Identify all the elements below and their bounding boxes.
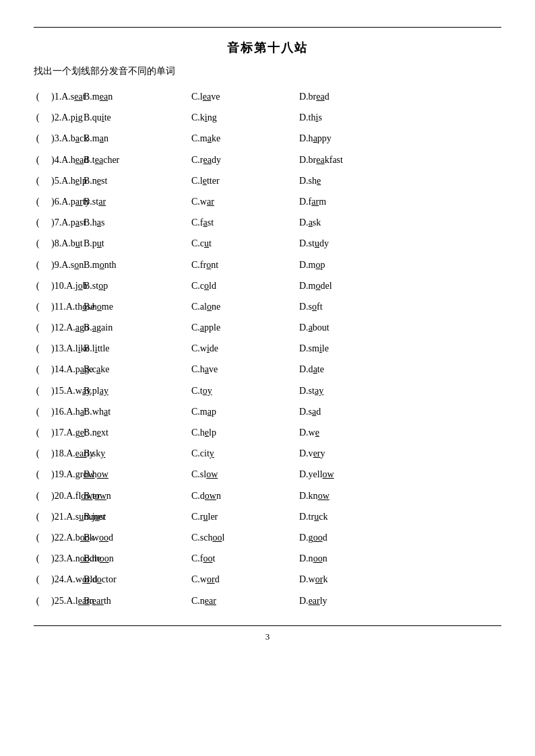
subtitle: 找出一个划线部分发音不同的单词 (34, 65, 501, 77)
paren-right (42, 382, 50, 399)
question-row: ( )7.A.past B.has C.fast D.ask (34, 214, 501, 231)
paren-right (42, 340, 50, 357)
paren-left: ( (34, 403, 42, 420)
question-row: ( )15.A.way B.play C.toy D.stay (34, 382, 501, 399)
option-c: C.have (191, 361, 299, 378)
option-b: B.doctor (84, 571, 191, 588)
option-c: C.front (191, 256, 299, 273)
paren-left: ( (34, 319, 42, 336)
question-row: ( )10.A.job B.stop C.cold D.model (34, 277, 501, 294)
option-c: C.map (191, 403, 299, 420)
question-number: )1.A.seat (51, 88, 84, 105)
paren-right (42, 277, 50, 294)
option-c: C.ready (191, 151, 299, 168)
option-b: B.wood (84, 529, 191, 546)
option-d: D.stay (299, 382, 501, 399)
question-row: ( )1.A.seat B.mean C.leave D.bread (34, 88, 501, 105)
option-d: D.soft (299, 298, 501, 315)
option-d: D.breakfast (299, 151, 501, 168)
option-b: B.man (84, 130, 191, 147)
option-b: B.cake (84, 361, 191, 378)
option-b: B.town (84, 487, 191, 504)
question-number: )10.A.job (51, 277, 84, 294)
option-b: B.again (84, 319, 191, 336)
option-b: B.mean (84, 88, 191, 105)
question-row: ( )12.A.ago B.again C.apple D.about (34, 319, 501, 336)
paren-left: ( (34, 256, 42, 273)
question-row: ( )5.A.help B.nest C.letter D.she (34, 172, 501, 189)
option-c: C.help (191, 424, 299, 441)
option-c: C.make (191, 130, 299, 147)
paren-right (42, 403, 50, 420)
question-row: ( )9.A.son B.month C.front D.mop (34, 256, 501, 273)
paren-left: ( (34, 592, 42, 609)
question-number: )18.A.early (51, 445, 84, 462)
option-c: C.word (191, 571, 299, 588)
paren-left: ( (34, 214, 42, 231)
question-number: )24.A.world (51, 571, 84, 588)
question-number: )25.A.learn (51, 592, 84, 609)
question-number: )3.A.back (51, 130, 84, 147)
paren-right (42, 130, 50, 147)
option-d: D.we (299, 424, 501, 441)
option-b: B.put (84, 235, 191, 252)
option-d: D.yellow (299, 466, 501, 483)
paren-right (42, 235, 50, 252)
option-b: B.earth (84, 592, 191, 609)
option-d: D.mop (299, 256, 501, 273)
option-c: C.king (191, 109, 299, 126)
paren-right (42, 445, 50, 462)
question-row: ( )16.A.hat B.what C.map D.sad (34, 403, 501, 420)
option-b: B.nest (84, 172, 191, 189)
option-b: B.home (84, 298, 191, 315)
option-c: C.foot (191, 550, 299, 567)
option-d: D.ask (299, 214, 501, 231)
top-line (34, 27, 501, 28)
paren-right (42, 487, 50, 504)
paren-left: ( (34, 382, 42, 399)
paren-left: ( (34, 424, 42, 441)
question-number: )8.A.but (51, 235, 84, 252)
option-c: C.cut (191, 235, 299, 252)
option-d: D.model (299, 277, 501, 294)
paren-left: ( (34, 277, 42, 294)
question-number: )19.A.grow (51, 466, 84, 483)
question-number: )7.A.past (51, 214, 84, 231)
paren-left: ( (34, 193, 42, 210)
paren-left: ( (34, 88, 42, 105)
paren-right (42, 298, 50, 315)
option-c: C.school (191, 529, 299, 546)
option-b: B.play (84, 382, 191, 399)
question-row: ( )18.A.early B.sky C.city D.very (34, 445, 501, 462)
option-c: C.war (191, 193, 299, 210)
option-c: C.city (191, 445, 299, 462)
paren-right (42, 214, 50, 231)
question-number: )23.A.noodle (51, 550, 84, 567)
paren-left: ( (34, 487, 42, 504)
paren-right (42, 508, 50, 525)
question-row: ( )11.A.those B.home C.alone D.soft (34, 298, 501, 315)
question-row: ( )13.A.like B.little C.wide D.smile (34, 340, 501, 357)
paren-left: ( (34, 445, 42, 462)
option-c: C.down (191, 487, 299, 504)
option-b: B.month (84, 256, 191, 273)
question-number: )12.A.ago (51, 319, 84, 336)
question-row: ( )2.A.pig B.quite C.king D.this (34, 109, 501, 126)
option-d: D.she (299, 172, 501, 189)
option-d: D.this (299, 109, 501, 126)
option-b: B.quite (84, 109, 191, 126)
option-d: D.sad (299, 403, 501, 420)
paren-right (42, 361, 50, 378)
option-d: D.study (299, 235, 501, 252)
question-number: )21.A.summer (51, 508, 84, 525)
option-c: C.leave (191, 88, 299, 105)
paren-right (42, 529, 50, 546)
paren-right (42, 88, 50, 105)
question-row: ( )3.A.back B.man C.make D.happy (34, 130, 501, 147)
option-d: D.good (299, 529, 501, 546)
option-b: B.what (84, 403, 191, 420)
option-d: D.happy (299, 130, 501, 147)
question-number: )5.A.help (51, 172, 84, 189)
paren-left: ( (34, 172, 42, 189)
page-number: 3 (34, 631, 501, 642)
